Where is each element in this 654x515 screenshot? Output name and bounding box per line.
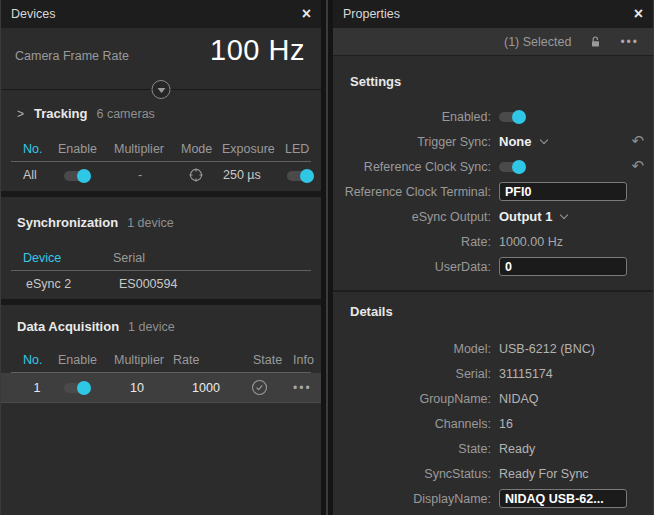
state-cell — [243, 379, 293, 396]
row-no: All — [11, 168, 51, 182]
tracking-title: Tracking — [34, 106, 87, 121]
prop-row-userdata: UserData: — [333, 254, 653, 279]
chevron-down-icon — [560, 211, 568, 219]
prop-row-displayname: DisplayName: — [333, 486, 653, 511]
reset-icon[interactable]: ↶ — [631, 133, 644, 148]
chevron-down-icon — [539, 136, 547, 144]
prop-row-trigger-sync: Trigger Sync: None ↶ — [333, 129, 653, 154]
row-serial: ES000594 — [107, 277, 311, 291]
prop-label: Enabled: — [333, 110, 491, 124]
prop-label: Reference Clock Terminal: — [333, 185, 491, 199]
trigger-sync-dropdown[interactable]: None — [499, 134, 547, 149]
prop-row-groupname: GroupName: NIDAQ — [333, 386, 653, 411]
prop-row-esync-output: eSync Output: Output 1 — [333, 204, 653, 229]
enable-toggle[interactable] — [64, 171, 90, 181]
prop-row-serial: Serial: 31115174 — [333, 361, 653, 386]
daq-table-header: No. Enable Multiplier Rate State Info — [11, 351, 311, 369]
tracking-table-header: No. Enable Multiplier Mode Exposure LED — [11, 140, 311, 158]
prop-label: Channels: — [333, 417, 491, 431]
synchronization-section: Synchronization 1 device Device Serial e… — [1, 197, 321, 299]
reference-clock-sync-toggle[interactable] — [499, 162, 525, 172]
panel-menu-icon[interactable]: ••• — [620, 35, 639, 49]
led-toggle[interactable] — [287, 171, 313, 181]
synchronization-count: 1 device — [127, 216, 174, 230]
triangle-down-icon — [157, 88, 165, 93]
tracking-count: 6 cameras — [96, 107, 154, 121]
prop-label: Trigger Sync: — [333, 135, 491, 149]
expand-chevron-icon[interactable]: > — [17, 107, 24, 121]
col-exposure[interactable]: Exposure — [219, 142, 285, 156]
col-no[interactable]: No. — [11, 142, 51, 156]
state-value: Ready — [499, 442, 535, 456]
devices-titlebar: Devices × — [1, 0, 321, 28]
settings-heading: Settings — [333, 74, 653, 90]
prop-row-syncstatus: SyncStatus: Ready For Sync — [333, 461, 653, 486]
check-circle-icon — [251, 379, 268, 396]
data-acquisition-section-header: Data Acquisition 1 device — [1, 319, 321, 335]
prop-row-model: Model: USB-6212 (BNC) — [333, 336, 653, 361]
col-led[interactable]: LED — [285, 142, 321, 156]
collapse-button[interactable] — [152, 80, 171, 99]
col-enable[interactable]: Enable — [51, 142, 107, 156]
section-divider — [333, 290, 653, 292]
col-serial[interactable]: Serial — [107, 251, 311, 265]
row-no: 1 — [11, 381, 51, 395]
sync-row-esync2[interactable]: eSync 2 ES000594 — [11, 271, 311, 297]
groupname-value: NIDAQ — [499, 392, 539, 406]
camera-frame-rate-block: Camera Frame Rate 100 Hz — [1, 28, 321, 90]
selection-count-label: (1) Selected — [504, 35, 571, 49]
close-icon[interactable]: × — [634, 6, 643, 22]
camera-frame-rate-label: Camera Frame Rate — [15, 49, 129, 63]
col-rate[interactable]: Rate — [169, 353, 243, 367]
row-device: eSync 2 — [11, 277, 107, 291]
row-exposure[interactable]: 250 µs — [219, 168, 285, 182]
data-acquisition-section: Data Acquisition 1 device No. Enable Mul… — [1, 305, 321, 405]
prop-label: Rate: — [333, 235, 491, 249]
camera-mode-icon — [188, 167, 204, 183]
data-acquisition-title: Data Acquisition — [17, 319, 119, 334]
prop-label: State: — [333, 442, 491, 456]
row-rate[interactable]: 1000 — [169, 381, 243, 395]
close-icon[interactable]: × — [302, 6, 311, 22]
prop-label: DisplayName: — [333, 492, 491, 506]
col-device[interactable]: Device — [11, 251, 107, 265]
col-multiplier[interactable]: Multiplier — [107, 142, 173, 156]
reference-clock-terminal-input[interactable] — [499, 182, 627, 201]
syncstatus-value: Ready For Sync — [499, 467, 589, 481]
mode-cell[interactable] — [173, 167, 219, 183]
daq-row-selected[interactable]: 1 10 1000 ••• — [1, 373, 321, 403]
tracking-section-header[interactable]: > Tracking 6 cameras — [1, 106, 321, 122]
details-heading: Details — [333, 304, 653, 320]
prop-label: UserData: — [333, 260, 491, 274]
properties-panel-title: Properties — [343, 7, 400, 21]
enabled-toggle[interactable] — [499, 112, 525, 122]
channels-value: 16 — [499, 417, 513, 431]
prop-label: GroupName: — [333, 392, 491, 406]
prop-label: Serial: — [333, 367, 491, 381]
esync-output-dropdown[interactable]: Output 1 — [499, 209, 567, 224]
enable-toggle[interactable] — [64, 383, 90, 393]
col-multiplier[interactable]: Multiplier — [105, 353, 169, 367]
col-enable[interactable]: Enable — [51, 353, 105, 367]
reset-icon[interactable]: ↶ — [631, 158, 644, 173]
tracking-section: > Tracking 6 cameras No. Enable Multipli… — [1, 90, 321, 191]
userdata-input[interactable] — [499, 257, 627, 276]
prop-row-enabled: Enabled: — [333, 104, 653, 129]
col-mode[interactable]: Mode — [173, 142, 219, 156]
synchronization-section-header: Synchronization 1 device — [1, 215, 321, 231]
prop-label: Model: — [333, 342, 491, 356]
col-state[interactable]: State — [243, 353, 293, 367]
prop-row-channels: Channels: 16 — [333, 411, 653, 436]
panel-splitter[interactable] — [321, 0, 333, 515]
tracking-row-all[interactable]: All - 250 µs — [11, 162, 311, 188]
properties-titlebar: Properties × — [333, 0, 653, 28]
unlock-icon[interactable] — [589, 35, 602, 48]
prop-label: Reference Clock Sync: — [333, 160, 491, 174]
col-no[interactable]: No. — [11, 353, 51, 367]
displayname-input[interactable] — [499, 489, 627, 508]
sync-table-header: Device Serial — [11, 249, 311, 267]
devices-panel: Devices × Camera Frame Rate 100 Hz > Tra… — [0, 0, 321, 515]
row-multiplier[interactable]: - — [107, 168, 173, 182]
row-multiplier[interactable]: 10 — [105, 381, 169, 395]
properties-panel: Properties × (1) Selected ••• Settings E… — [333, 0, 654, 515]
